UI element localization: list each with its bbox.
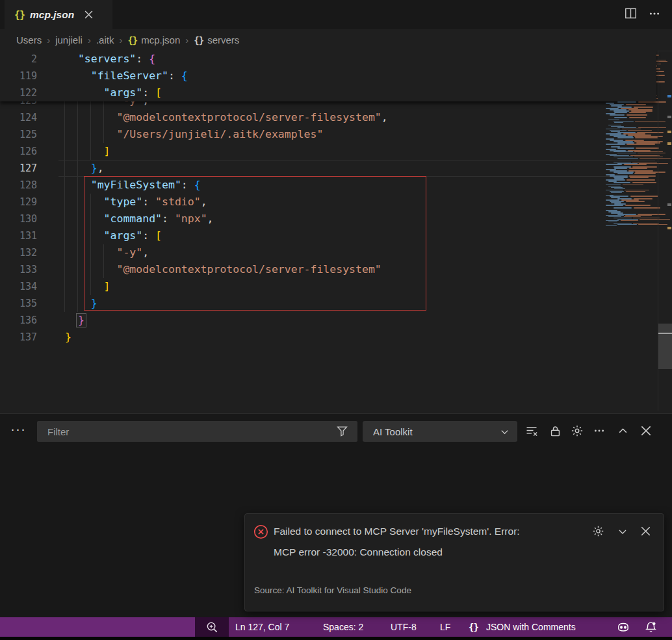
- filter-funnel-icon[interactable]: [337, 426, 348, 439]
- line-content: "servers": {: [65, 51, 155, 68]
- toast-source: Source: AI Toolkit for Visual Studio Cod…: [254, 585, 411, 595]
- breadcrumb-item-mcp-json[interactable]: {}mcp.json: [127, 34, 180, 45]
- notification-collapse-icon[interactable]: [617, 526, 628, 539]
- status-bar: Ln 127, Col 7 Spaces: 2 UTF-8 LF {} JSON…: [0, 617, 672, 637]
- chevron-down-icon: [500, 427, 510, 437]
- filter-input[interactable]: [37, 421, 357, 442]
- toast-message-line2: MCP error -32000: Connection closed: [274, 546, 443, 558]
- overview-ruler[interactable]: [658, 51, 672, 411]
- code-line-126[interactable]: 126 ]: [0, 143, 656, 160]
- breadcrumb-item-junjieli[interactable]: junjieli: [55, 34, 83, 45]
- close-panel-icon[interactable]: [638, 423, 654, 439]
- json-file-icon: {}: [14, 9, 25, 21]
- output-channel-select[interactable]: AI Toolkit: [363, 421, 517, 442]
- line-content: ]: [65, 143, 110, 160]
- tab-label: mcp.json: [30, 9, 74, 21]
- language-mode-status[interactable]: JSON with Comments: [486, 617, 576, 637]
- line-number: 131: [0, 227, 37, 244]
- gear-icon[interactable]: [569, 423, 585, 439]
- breadcrumb-label: junjieli: [55, 34, 83, 45]
- line-number: 129: [0, 194, 37, 211]
- symbol-braces-icon: {}: [194, 35, 203, 45]
- breadcrumb-item-servers[interactable]: {}servers: [194, 34, 239, 45]
- window-bottom-strip: [0, 637, 672, 640]
- code-editor[interactable]: 123 "-y",124 "@modelcontextprotocol/serv…: [0, 51, 672, 411]
- code-line-137[interactable]: 137}: [0, 329, 656, 346]
- copilot-icon[interactable]: [616, 617, 630, 637]
- line-number: 119: [0, 68, 37, 84]
- breadcrumb-separator: ›: [47, 34, 50, 45]
- breadcrumb-item-users[interactable]: Users: [16, 34, 42, 45]
- sticky-scroll[interactable]: 2 "servers": {119 "fileServer": {122 "ar…: [0, 51, 656, 101]
- encoding-status[interactable]: UTF-8: [391, 617, 417, 637]
- notifications-bell-icon[interactable]: [644, 617, 658, 637]
- toast-message-line1: Failed to connect to MCP Server 'myFileS…: [274, 526, 520, 537]
- line-number: 133: [0, 261, 37, 278]
- line-number: 134: [0, 278, 37, 295]
- more-actions-icon[interactable]: [649, 8, 660, 22]
- line-number: 130: [0, 211, 37, 227]
- symbol-braces-icon: {}: [127, 35, 137, 45]
- line-content: },: [65, 160, 104, 177]
- line-number: 136: [0, 312, 37, 329]
- notification-settings-icon[interactable]: [592, 525, 604, 540]
- maximize-panel-icon[interactable]: [615, 423, 630, 439]
- breadcrumb-label: .aitk: [96, 34, 114, 45]
- breadcrumb-separator: ›: [185, 34, 188, 45]
- code-line-119[interactable]: 119 "fileServer": {: [0, 68, 656, 84]
- code-line-124[interactable]: 124 "@modelcontextprotocol/server-filesy…: [0, 109, 656, 126]
- code-line-127[interactable]: 127 },: [0, 160, 656, 177]
- line-number: 122: [0, 84, 37, 101]
- tab-mcp-json[interactable]: {} mcp.json: [5, 0, 112, 29]
- language-mode-icon: {}: [469, 617, 478, 637]
- line-number: 126: [0, 143, 37, 160]
- channel-label: AI Toolkit: [373, 426, 413, 437]
- lock-icon[interactable]: [547, 423, 563, 439]
- eol-status[interactable]: LF: [440, 617, 450, 637]
- line-number: 125: [0, 126, 37, 143]
- split-editor-icon[interactable]: [625, 7, 637, 22]
- tab-bar: {} mcp.json: [0, 0, 672, 29]
- scrollbar-thumb[interactable]: [658, 324, 672, 369]
- overview-cursor-mark: [658, 333, 672, 334]
- line-content: "/Users/junjieli/.aitk/examples": [65, 126, 323, 143]
- line-content: "@modelcontextprotocol/server-filesystem…: [65, 109, 388, 126]
- panel-more-icon[interactable]: ···: [10, 419, 29, 439]
- panel-more-actions-icon[interactable]: [591, 423, 607, 439]
- breadcrumb: Users›junjieli›.aitk›{}mcp.json›{}server…: [0, 29, 672, 51]
- code-line-125[interactable]: 125 "/Users/junjieli/.aitk/examples": [0, 126, 656, 143]
- minimap[interactable]: [603, 52, 655, 409]
- line-number: 2: [0, 51, 37, 68]
- code-line-2[interactable]: 2 "servers": {: [0, 51, 656, 68]
- breadcrumb-separator: ›: [119, 34, 122, 45]
- breadcrumb-label: mcp.json: [141, 34, 180, 45]
- code-line-136[interactable]: 136 }: [0, 312, 656, 329]
- line-number: 132: [0, 244, 37, 261]
- clear-output-icon[interactable]: [524, 423, 539, 439]
- editor-actions: [625, 0, 660, 29]
- line-content: }: [65, 329, 71, 346]
- line-number: 128: [0, 177, 37, 194]
- line-number: 135: [0, 295, 37, 312]
- error-notification-toast: Failed to connect to MCP Server 'myFileS…: [244, 513, 664, 611]
- line-number: 137: [0, 329, 37, 346]
- code-line-122[interactable]: 122 "args": [: [0, 84, 656, 101]
- status-bar-left: [0, 617, 195, 637]
- breadcrumb-separator: ›: [88, 34, 91, 45]
- zoom-status-icon[interactable]: [195, 617, 229, 637]
- line-content: "args": [: [65, 84, 162, 101]
- line-content: "fileServer": {: [65, 68, 188, 84]
- line-number: 127: [0, 160, 37, 177]
- breadcrumb-label: Users: [16, 34, 42, 45]
- breadcrumb-item--aitk[interactable]: .aitk: [96, 34, 114, 45]
- line-number: 124: [0, 109, 37, 126]
- cursor-position-status[interactable]: Ln 127, Col 7: [235, 617, 289, 637]
- bracket-match-highlight: [76, 313, 86, 327]
- tab-close-icon[interactable]: [84, 10, 93, 19]
- error-icon: [253, 524, 268, 542]
- indentation-status[interactable]: Spaces: 2: [323, 617, 363, 637]
- breadcrumb-label: servers: [207, 34, 239, 45]
- error-highlight-box: [84, 176, 426, 311]
- notification-close-icon[interactable]: [641, 526, 651, 539]
